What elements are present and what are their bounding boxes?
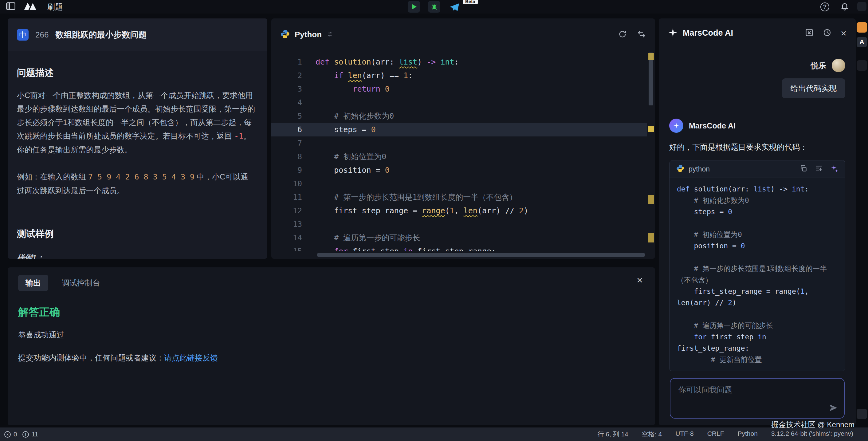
user-row: 悦乐: [669, 59, 845, 72]
feedback-line: 提交功能内测体验中，任何问题或者建议：请点此链接反馈: [18, 353, 645, 363]
python-icon: [281, 30, 290, 40]
notifications-icon[interactable]: [840, 2, 849, 12]
send-icon[interactable]: [829, 403, 838, 414]
editor-header: Python: [271, 19, 655, 51]
interpreter[interactable]: 3.12.2 64-bit ('shims': pyenv): [771, 430, 853, 439]
code-language-label: python: [688, 165, 710, 173]
errors-icon: ×: [4, 431, 11, 438]
ai-message: 好的，下面是根据题目要求实现的代码：: [669, 142, 845, 152]
scrollbar-thumb[interactable]: [649, 53, 653, 105]
tab-debug-console[interactable]: 调试控制台: [62, 278, 100, 288]
extension-icon[interactable]: [857, 60, 867, 71]
code-line[interactable]: 7: [271, 136, 647, 150]
ai-avatar: [669, 119, 683, 133]
copy-icon[interactable]: [800, 164, 807, 174]
scrollbar-thumb[interactable]: [317, 253, 645, 257]
reset-code-icon[interactable]: [618, 30, 627, 40]
code-line[interactable]: 1def solution(arr: list) -> int:: [271, 55, 647, 69]
ruler-mark: [648, 195, 654, 204]
code-line[interactable]: 14 # 遍历第一步的可能步长: [271, 231, 647, 245]
editor-vertical-scrollbar[interactable]: [647, 51, 655, 251]
warnings-icon: !: [23, 431, 29, 438]
insert-to-editor-icon[interactable]: [805, 28, 814, 38]
encoding[interactable]: UTF-8: [675, 430, 694, 439]
tab-python[interactable]: Python: [281, 30, 333, 40]
insert-code-icon[interactable]: [815, 164, 823, 174]
editor-code-lines[interactable]: 1def solution(arr: list) -> int:2 if len…: [271, 51, 647, 251]
code-line[interactable]: 5 # 初始化步数为0: [271, 109, 647, 123]
extension-icon[interactable]: [857, 2, 866, 11]
problem-number: 266: [35, 30, 49, 40]
code-line[interactable]: 6 steps = 0: [271, 123, 647, 136]
debug-button[interactable]: [428, 1, 440, 12]
tab-output[interactable]: 输出: [18, 275, 48, 291]
code-line[interactable]: 9 position = 0: [271, 163, 647, 177]
code-line[interactable]: 15 for first_step in first_step_range:: [271, 245, 647, 251]
problem-title: 数组跳跃的最小步数问题: [55, 29, 147, 40]
close-icon[interactable]: ×: [637, 275, 643, 285]
marscode-logo[interactable]: [23, 2, 39, 11]
help-icon[interactable]: ?: [820, 2, 829, 11]
ai-name: MarsCode AI: [689, 121, 736, 130]
code-line[interactable]: 11 # 第一步的步长范围是1到数组长度的一半（不包含）: [271, 191, 647, 204]
ruler-mark: [648, 233, 654, 243]
run-button[interactable]: [408, 1, 420, 12]
cursor-position[interactable]: 行 6, 列 14: [597, 430, 628, 439]
chat-input[interactable]: [678, 384, 824, 415]
feedback-link[interactable]: 请点此链接反馈: [164, 353, 218, 362]
bug-icon: [430, 3, 438, 11]
close-icon[interactable]: ×: [841, 28, 846, 38]
result-status: 解答正确: [18, 305, 645, 319]
result-message: 恭喜成功通过: [18, 330, 645, 340]
marscode-spark-icon: [668, 28, 678, 39]
problem-panel: 中 266 数组跳跃的最小步数问题 问题描述 小C面对一个由正整数构成的数组，从…: [8, 19, 267, 259]
ai-code-card: python def solution(arr: list) -> int:: [669, 160, 845, 371]
history-icon[interactable]: [823, 28, 831, 38]
switch-language-icon[interactable]: [327, 31, 333, 39]
description-paragraph: 小C面对一个由正整数构成的数组，从第一个成员开始跳跃，要求他用最少的步骤数到达数…: [17, 89, 255, 156]
sidebar-toggle-icon[interactable]: [6, 2, 16, 11]
warnings-count: 11: [32, 431, 38, 438]
ai-code-body[interactable]: def solution(arr: list) -> int: # 初始化步数为…: [670, 178, 845, 371]
topbar: 刷题 Beta ?: [0, 0, 868, 13]
sparkle-icon[interactable]: [830, 164, 838, 174]
problem-header: 中 266 数组跳跃的最小步数问题: [8, 19, 267, 51]
section-divider: [17, 214, 255, 214]
ai-code-header: python: [670, 160, 845, 178]
eol-sequence[interactable]: CRLF: [707, 430, 724, 439]
extension-icon[interactable]: [857, 409, 867, 419]
problem-description[interactable]: 问题描述 小C面对一个由正整数构成的数组，从第一个成员开始跳跃，要求他用最少的步…: [8, 51, 267, 259]
editor-panel: Python 1def solution(arr: list) -> int:2…: [271, 19, 655, 259]
assistant-panel: MarsCode AI × 悦乐 给出代码实现 MarsC: [659, 19, 856, 425]
errors-count: 0: [13, 431, 17, 438]
indentation[interactable]: 空格: 4: [642, 430, 662, 439]
python-icon: [676, 164, 684, 174]
assistant-header: MarsCode AI ×: [659, 19, 856, 48]
difficulty-badge: 中: [17, 29, 29, 40]
output-panel: 输出 调试控制台 × 解答正确 恭喜成功通过 提交功能内测体验中，任何问题或者建…: [8, 267, 655, 425]
language-mode[interactable]: Python: [737, 430, 757, 439]
translate-extension-icon[interactable]: A: [857, 37, 867, 47]
code-line[interactable]: 4: [271, 96, 647, 109]
chat-area[interactable]: 悦乐 给出代码实现 MarsCode AI 好的，下面是根据题目要求实现的代码：…: [659, 48, 856, 375]
chat-input-box[interactable]: [670, 378, 845, 418]
assistant-title: MarsCode AI: [683, 28, 733, 38]
compare-icon[interactable]: [637, 30, 646, 40]
code-line[interactable]: 3 return 0: [271, 82, 647, 96]
editor-horizontal-scrollbar[interactable]: [317, 253, 645, 257]
description-heading: 问题描述: [17, 67, 255, 79]
app-screen: 刷题 Beta ? 中 266 数组跳跃的最小步数问题: [0, 0, 868, 441]
code-line[interactable]: 10: [271, 177, 647, 191]
code-line[interactable]: 2 if len(arr) == 1:: [271, 69, 647, 82]
editor-tab-label: Python: [294, 30, 322, 39]
problems-indicator[interactable]: × 0 ! 11: [4, 431, 41, 438]
code-line[interactable]: 13: [271, 218, 647, 231]
browser-extension-strip: A: [856, 0, 868, 441]
play-icon: [410, 3, 417, 10]
extension-icon[interactable]: [857, 22, 867, 33]
code-line[interactable]: 12 first_step_range = range(1, len(arr) …: [271, 204, 647, 218]
share-button[interactable]: Beta: [448, 1, 461, 12]
user-message: 给出代码实现: [782, 78, 845, 98]
community-watermark: 掘金技术社区 @ Kennem: [771, 420, 855, 430]
code-line[interactable]: 8 # 初始位置为0: [271, 150, 647, 163]
